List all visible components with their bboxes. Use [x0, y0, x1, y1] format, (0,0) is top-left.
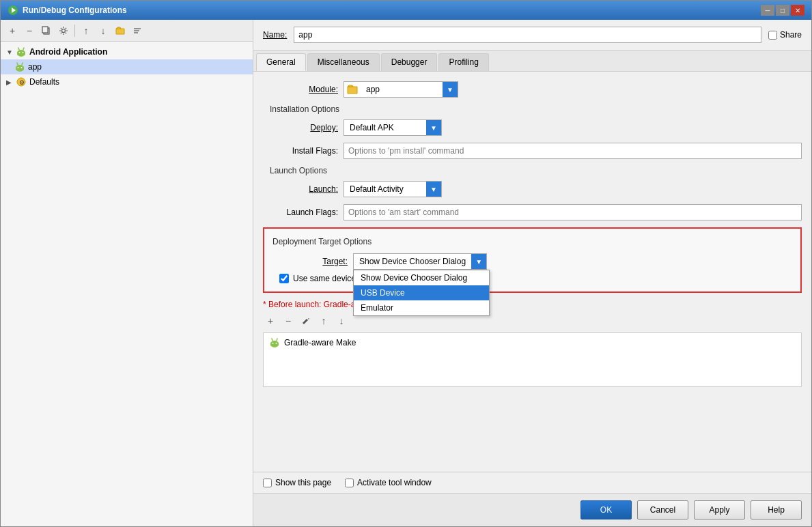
deploy-value: Default APK [344, 123, 426, 132]
left-toolbar: + − ↑ ↓ [1, 20, 253, 42]
option-show-device[interactable]: Show Device Chooser Dialog [354, 270, 489, 285]
gradle-icon [269, 337, 280, 348]
remove-button[interactable]: − [22, 23, 37, 38]
activate-tool-window-label: Activate tool window [345, 478, 432, 487]
config-button[interactable] [56, 23, 71, 38]
apply-button[interactable]: Apply [694, 500, 745, 519]
tab-miscellaneous[interactable]: Miscellaneous [307, 53, 380, 71]
svg-line-19 [22, 63, 23, 65]
launch-flags-input[interactable] [344, 204, 802, 220]
svg-line-12 [18, 48, 19, 50]
launch-add-button[interactable]: + [263, 313, 278, 328]
share-checkbox[interactable] [768, 31, 777, 40]
tab-debugger[interactable]: Debugger [381, 53, 438, 71]
title-controls: ─ □ ✕ [761, 5, 804, 16]
add-button[interactable]: + [5, 23, 20, 38]
sort-button[interactable] [130, 23, 145, 38]
activate-tool-window-checkbox[interactable] [345, 479, 354, 487]
launch-list-item: Gradle-aware Make [269, 337, 356, 348]
folder-icon [347, 85, 358, 94]
minimize-button[interactable]: ─ [761, 5, 774, 16]
install-flags-label: Install Flags: [263, 146, 338, 156]
use-same-device-checkbox[interactable] [279, 274, 289, 283]
svg-rect-3 [42, 27, 48, 33]
deploy-label: Deploy: [263, 123, 338, 132]
tab-general[interactable]: General [256, 53, 306, 71]
name-input[interactable] [294, 27, 761, 43]
bottom-buttons: OK Cancel Apply Help [253, 493, 811, 526]
main-content: + − ↑ ↓ [1, 20, 811, 526]
svg-point-25 [276, 343, 277, 344]
tab-profiling[interactable]: Profiling [438, 53, 488, 71]
share-area: Share [768, 30, 802, 40]
module-value: app [361, 85, 443, 94]
before-launch-asterisk: * [263, 300, 268, 309]
launch-dropdown-arrow: ▼ [426, 182, 441, 197]
tree-label-android-application: Android Application [29, 47, 107, 57]
deployment-target-section: Deployment Target Options Target: Show D… [263, 227, 802, 293]
launch-flags-label: Launch Flags: [263, 208, 338, 217]
before-launch-section: * Before launch: Gradle-aware Make + − ↑… [263, 300, 802, 387]
svg-point-11 [23, 52, 24, 53]
tree-item-android-application[interactable]: ▼ Android Application [1, 44, 253, 59]
deploy-dropdown-arrow: ▼ [426, 120, 441, 135]
launch-up-button[interactable]: ↑ [316, 313, 331, 328]
svg-line-13 [23, 48, 24, 50]
target-dropdown-container: Show Device Chooser Dialog ▼ Show Device… [353, 253, 487, 270]
close-button[interactable]: ✕ [791, 5, 804, 16]
tabs: General Miscellaneous Debugger Profiling [253, 51, 811, 72]
target-label: Target: [272, 257, 348, 266]
move-down-button[interactable]: ↓ [96, 23, 111, 38]
move-up-button[interactable]: ↑ [79, 23, 94, 38]
folder-button[interactable] [113, 23, 128, 38]
svg-point-24 [272, 343, 274, 344]
ok-button[interactable]: OK [580, 500, 632, 519]
deployment-target-title: Deployment Target Options [272, 237, 792, 246]
bottom-checkboxes: Show this page Activate tool window [253, 472, 811, 493]
module-dropdown-arrow: ▼ [443, 82, 458, 97]
show-this-page-text: Show this page [275, 478, 331, 487]
left-panel: + − ↑ ↓ [1, 20, 253, 526]
launch-label: Launch: [263, 184, 338, 194]
module-dropdown[interactable]: app ▼ [344, 81, 458, 98]
launch-down-button[interactable]: ↓ [334, 313, 349, 328]
launch-dropdown[interactable]: Default Activity ▼ [344, 181, 442, 197]
deploy-row: Deploy: Default APK ▼ [263, 119, 802, 136]
show-this-page-checkbox[interactable] [263, 479, 272, 487]
cancel-button[interactable]: Cancel [637, 500, 688, 519]
title-bar-left: Run/Debug Configurations [8, 5, 127, 16]
use-same-device-row: Use same device for future launches [272, 274, 792, 283]
launch-flags-row: Launch Flags: [263, 204, 802, 220]
launch-remove-button[interactable]: − [281, 313, 296, 328]
launch-edit-button[interactable] [298, 313, 313, 328]
module-label: Module: [263, 85, 338, 94]
activate-tool-window-text: Activate tool window [357, 478, 432, 487]
installation-options-label: Installation Options [270, 104, 802, 114]
deploy-dropdown[interactable]: Default APK ▼ [344, 119, 442, 136]
toolbar-separator [74, 25, 75, 37]
svg-point-16 [18, 67, 19, 68]
target-dropdown[interactable]: Show Device Chooser Dialog ▼ [353, 253, 487, 270]
install-flags-input[interactable] [344, 143, 802, 159]
option-emulator[interactable]: Emulator [354, 300, 489, 315]
android-small-icon [14, 61, 25, 72]
launch-list: Gradle-aware Make [263, 332, 802, 387]
target-dropdown-menu: Show Device Chooser Dialog USB Device Em… [353, 270, 490, 316]
show-this-page-label: Show this page [263, 478, 331, 487]
target-dropdown-arrow: ▼ [471, 254, 486, 269]
wrench-icon: ⚙ [16, 76, 27, 87]
run-debug-configurations-dialog: Run/Debug Configurations ─ □ ✕ + − ↑ ↓ [0, 0, 812, 527]
name-row: Name: Share [253, 20, 811, 51]
launch-toolbar: + − ↑ ↓ [263, 313, 802, 328]
option-usb-device[interactable]: USB Device [354, 285, 489, 300]
copy-button[interactable] [39, 23, 54, 38]
maximize-button[interactable]: □ [776, 5, 789, 16]
share-label: Share [780, 30, 802, 40]
tree-item-defaults[interactable]: ▶ ⚙ Defaults [1, 74, 253, 89]
before-launch-title: * Before launch: Gradle-aware Make [263, 300, 802, 309]
svg-point-10 [19, 52, 20, 53]
title-bar: Run/Debug Configurations ─ □ ✕ [1, 1, 811, 20]
svg-point-17 [21, 67, 23, 68]
tree-item-app[interactable]: app [1, 59, 253, 74]
help-button[interactable]: Help [751, 500, 802, 519]
